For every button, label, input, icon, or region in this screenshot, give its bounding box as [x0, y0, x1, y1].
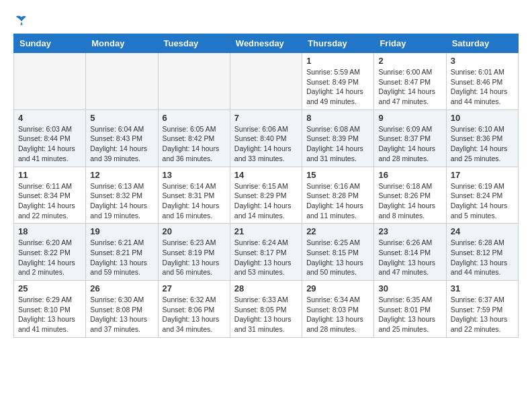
day-number: 12: [90, 170, 153, 180]
day-number: 5: [90, 113, 153, 123]
calendar-cell: 29Sunrise: 6:34 AM Sunset: 8:03 PM Dayli…: [302, 281, 374, 338]
day-number: 16: [378, 170, 441, 180]
day-number: 25: [18, 283, 81, 293]
day-number: 20: [163, 226, 226, 236]
day-number: 22: [306, 226, 369, 236]
day-info: Sunrise: 5:59 AM Sunset: 8:49 PM Dayligh…: [306, 67, 369, 107]
day-info: Sunrise: 6:15 AM Sunset: 8:29 PM Dayligh…: [234, 181, 298, 221]
calendar-table: SundayMondayTuesdayWednesdayThursdayFrid…: [13, 34, 519, 338]
day-number: 27: [163, 283, 226, 293]
weekday-header-friday: Friday: [374, 34, 446, 53]
day-info: Sunrise: 6:08 AM Sunset: 8:39 PM Dayligh…: [306, 124, 369, 164]
day-info: Sunrise: 6:14 AM Sunset: 8:31 PM Dayligh…: [163, 181, 226, 221]
day-number: 3: [451, 56, 514, 66]
calendar-cell: 25Sunrise: 6:29 AM Sunset: 8:10 PM Dayli…: [14, 281, 86, 338]
day-number: 21: [234, 226, 298, 236]
calendar-cell: 14Sunrise: 6:15 AM Sunset: 8:29 PM Dayli…: [230, 167, 302, 224]
calendar-cell: 9Sunrise: 6:09 AM Sunset: 8:37 PM Daylig…: [374, 109, 446, 167]
day-info: Sunrise: 6:30 AM Sunset: 8:08 PM Dayligh…: [90, 295, 153, 334]
weekday-header-thursday: Thursday: [302, 34, 374, 53]
day-number: 18: [18, 226, 81, 236]
calendar-cell: 18Sunrise: 6:20 AM Sunset: 8:22 PM Dayli…: [14, 224, 86, 281]
weekday-header-tuesday: Tuesday: [158, 34, 230, 53]
day-info: Sunrise: 6:26 AM Sunset: 8:14 PM Dayligh…: [378, 238, 441, 277]
calendar-cell: 4Sunrise: 6:03 AM Sunset: 8:44 PM Daylig…: [14, 109, 86, 167]
calendar-week-3: 11Sunrise: 6:11 AM Sunset: 8:34 PM Dayli…: [14, 167, 519, 224]
calendar-cell: 3Sunrise: 6:01 AM Sunset: 8:46 PM Daylig…: [446, 53, 518, 110]
day-number: 23: [378, 226, 441, 236]
day-info: Sunrise: 6:01 AM Sunset: 8:46 PM Dayligh…: [451, 67, 514, 107]
day-info: Sunrise: 6:13 AM Sunset: 8:32 PM Dayligh…: [90, 181, 153, 221]
day-number: 4: [18, 113, 81, 123]
day-info: Sunrise: 6:35 AM Sunset: 8:01 PM Dayligh…: [378, 295, 441, 334]
day-info: Sunrise: 6:16 AM Sunset: 8:28 PM Dayligh…: [306, 181, 369, 221]
day-number: 7: [234, 113, 298, 123]
day-number: 14: [234, 170, 298, 180]
day-number: 17: [451, 170, 514, 180]
calendar-cell: [158, 53, 230, 110]
day-number: 28: [234, 283, 298, 293]
calendar-cell: 28Sunrise: 6:33 AM Sunset: 8:05 PM Dayli…: [230, 281, 302, 338]
day-info: Sunrise: 6:19 AM Sunset: 8:24 PM Dayligh…: [451, 181, 514, 221]
day-info: Sunrise: 6:20 AM Sunset: 8:22 PM Dayligh…: [18, 238, 81, 277]
calendar-cell: 21Sunrise: 6:24 AM Sunset: 8:17 PM Dayli…: [230, 224, 302, 281]
calendar-cell: 5Sunrise: 6:04 AM Sunset: 8:43 PM Daylig…: [86, 109, 158, 167]
day-info: Sunrise: 6:00 AM Sunset: 8:47 PM Dayligh…: [378, 67, 441, 107]
calendar-cell: [230, 53, 302, 110]
day-number: 11: [18, 170, 81, 180]
day-info: Sunrise: 6:04 AM Sunset: 8:43 PM Dayligh…: [90, 124, 153, 164]
day-info: Sunrise: 6:10 AM Sunset: 8:36 PM Dayligh…: [451, 124, 514, 164]
day-number: 24: [451, 226, 514, 236]
calendar-cell: [86, 53, 158, 110]
day-info: Sunrise: 6:23 AM Sunset: 8:19 PM Dayligh…: [163, 238, 226, 277]
day-info: Sunrise: 6:34 AM Sunset: 8:03 PM Dayligh…: [306, 295, 369, 334]
day-number: 13: [163, 170, 226, 180]
weekday-header-sunday: Sunday: [14, 34, 86, 53]
day-info: Sunrise: 6:09 AM Sunset: 8:37 PM Dayligh…: [378, 124, 441, 164]
calendar-week-2: 4Sunrise: 6:03 AM Sunset: 8:44 PM Daylig…: [14, 109, 519, 167]
calendar-cell: 1Sunrise: 5:59 AM Sunset: 8:49 PM Daylig…: [302, 53, 374, 110]
day-info: Sunrise: 6:28 AM Sunset: 8:12 PM Dayligh…: [451, 238, 514, 277]
day-number: 6: [163, 113, 226, 123]
calendar-cell: 26Sunrise: 6:30 AM Sunset: 8:08 PM Dayli…: [86, 281, 158, 338]
weekday-header-saturday: Saturday: [446, 34, 518, 53]
calendar-cell: 22Sunrise: 6:25 AM Sunset: 8:15 PM Dayli…: [302, 224, 374, 281]
day-info: Sunrise: 6:33 AM Sunset: 8:05 PM Dayligh…: [234, 295, 298, 334]
day-info: Sunrise: 6:18 AM Sunset: 8:26 PM Dayligh…: [378, 181, 441, 221]
day-info: Sunrise: 6:25 AM Sunset: 8:15 PM Dayligh…: [306, 238, 369, 277]
logo: [13, 13, 30, 27]
calendar-cell: 16Sunrise: 6:18 AM Sunset: 8:26 PM Dayli…: [374, 167, 446, 224]
calendar-cell: 7Sunrise: 6:06 AM Sunset: 8:40 PM Daylig…: [230, 109, 302, 167]
day-info: Sunrise: 6:32 AM Sunset: 8:06 PM Dayligh…: [163, 295, 226, 334]
weekday-header-monday: Monday: [86, 34, 158, 53]
day-info: Sunrise: 6:11 AM Sunset: 8:34 PM Dayligh…: [18, 181, 81, 221]
calendar-cell: 20Sunrise: 6:23 AM Sunset: 8:19 PM Dayli…: [158, 224, 230, 281]
calendar-cell: 19Sunrise: 6:21 AM Sunset: 8:21 PM Dayli…: [86, 224, 158, 281]
day-number: 19: [90, 226, 153, 236]
day-info: Sunrise: 6:24 AM Sunset: 8:17 PM Dayligh…: [234, 238, 298, 277]
calendar-cell: 30Sunrise: 6:35 AM Sunset: 8:01 PM Dayli…: [374, 281, 446, 338]
day-number: 9: [378, 113, 441, 123]
page-header: [13, 13, 519, 27]
day-number: 15: [306, 170, 369, 180]
day-info: Sunrise: 6:06 AM Sunset: 8:40 PM Dayligh…: [234, 124, 298, 164]
day-info: Sunrise: 6:05 AM Sunset: 8:42 PM Dayligh…: [163, 124, 226, 164]
day-number: 29: [306, 283, 369, 293]
calendar-cell: 8Sunrise: 6:08 AM Sunset: 8:39 PM Daylig…: [302, 109, 374, 167]
calendar-week-4: 18Sunrise: 6:20 AM Sunset: 8:22 PM Dayli…: [14, 224, 519, 281]
day-number: 8: [306, 113, 369, 123]
calendar-cell: 12Sunrise: 6:13 AM Sunset: 8:32 PM Dayli…: [86, 167, 158, 224]
day-number: 31: [451, 283, 514, 293]
calendar-cell: 6Sunrise: 6:05 AM Sunset: 8:42 PM Daylig…: [158, 109, 230, 167]
calendar-week-5: 25Sunrise: 6:29 AM Sunset: 8:10 PM Dayli…: [14, 281, 519, 338]
logo-bird-icon: [15, 13, 28, 27]
weekday-header-row: SundayMondayTuesdayWednesdayThursdayFrid…: [14, 34, 519, 53]
calendar-week-1: 1Sunrise: 5:59 AM Sunset: 8:49 PM Daylig…: [14, 53, 519, 110]
day-number: 1: [306, 56, 369, 66]
calendar-cell: 15Sunrise: 6:16 AM Sunset: 8:28 PM Dayli…: [302, 167, 374, 224]
day-number: 26: [90, 283, 153, 293]
day-info: Sunrise: 6:21 AM Sunset: 8:21 PM Dayligh…: [90, 238, 153, 277]
weekday-header-wednesday: Wednesday: [230, 34, 302, 53]
day-info: Sunrise: 6:37 AM Sunset: 7:59 PM Dayligh…: [451, 295, 514, 334]
calendar-cell: 17Sunrise: 6:19 AM Sunset: 8:24 PM Dayli…: [446, 167, 518, 224]
